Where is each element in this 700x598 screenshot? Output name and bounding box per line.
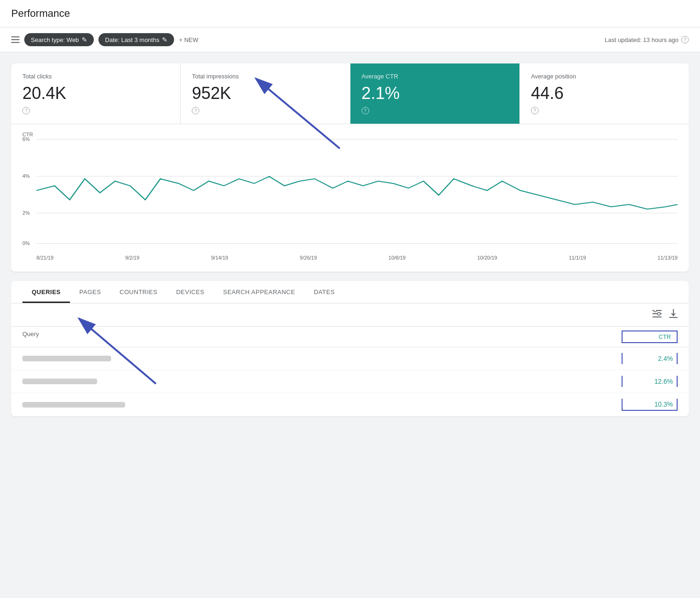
x-label-1: 8/21/19 [36, 255, 54, 260]
x-label-6: 10/20/19 [477, 255, 497, 260]
query-blur-3 [22, 402, 125, 408]
query-blur-2 [22, 379, 97, 384]
svg-rect-7 [652, 317, 662, 317]
query-cell-3 [22, 402, 622, 408]
query-cell-1 [22, 356, 622, 361]
top-bar: Performance [0, 0, 700, 28]
metrics-row: Total clicks 20.4K ? Total impressions 9… [11, 63, 689, 124]
grid-line-0 [36, 243, 678, 244]
chart-svg [36, 139, 678, 242]
filter-icon [11, 36, 20, 43]
table-header: Query CTR [11, 327, 689, 347]
svg-rect-1 [11, 39, 20, 40]
col-header-ctr[interactable]: CTR [622, 331, 678, 343]
table-tabs: QUERIES PAGES COUNTRIES DEVICES SEARCH A… [11, 281, 689, 303]
metric-card-clicks[interactable]: Total clicks 20.4K ? [11, 63, 181, 124]
download-icon [669, 309, 678, 318]
col-header-query: Query [22, 331, 622, 343]
svg-rect-2 [11, 42, 20, 43]
query-cell-2 [22, 379, 622, 384]
y-tick-2: 2% [22, 210, 30, 216]
metric-label-position: Average position [531, 73, 678, 80]
metric-value-position: 44.6 [531, 84, 678, 103]
filter-table-icon [652, 310, 662, 317]
metric-card-impressions[interactable]: Total impressions 952K ? [181, 63, 350, 124]
metric-value-impressions: 952K [192, 84, 338, 103]
svg-point-9 [658, 312, 660, 315]
ctr-cell-2: 12.6% [622, 376, 678, 387]
svg-rect-10 [669, 317, 678, 318]
ctr-line [36, 176, 678, 209]
metric-label-clicks: Total clicks [22, 73, 169, 80]
x-label-4: 9/26/19 [300, 255, 317, 260]
metric-label-ctr: Average CTR [362, 73, 508, 80]
y-tick-0: 0% [22, 240, 30, 246]
help-icon[interactable]: ? [681, 36, 689, 43]
ctr-cell-3: 10.3% [622, 399, 678, 411]
y-tick-6: 6% [22, 136, 30, 142]
date-chip[interactable]: Date: Last 3 months ✎ [98, 33, 174, 46]
metric-value-ctr: 2.1% [362, 84, 508, 103]
y-tick-4: 4% [22, 173, 30, 179]
main-content: Total clicks 20.4K ? Total impressions 9… [0, 52, 700, 428]
table-row: 12.6% [11, 370, 689, 393]
tab-search-appearance[interactable]: SEARCH APPEARANCE [214, 281, 304, 303]
table-card: QUERIES PAGES COUNTRIES DEVICES SEARCH A… [11, 281, 689, 416]
chart-y-label: CTR [22, 132, 678, 137]
metric-value-clicks: 20.4K [22, 84, 169, 103]
x-label-7: 11/1/19 [569, 255, 586, 260]
table-row: 2.4% [11, 347, 689, 370]
help-ctr[interactable]: ? [362, 107, 369, 114]
x-label-5: 10/8/19 [389, 255, 406, 260]
x-label-3: 9/14/19 [211, 255, 228, 260]
metric-label-impressions: Total impressions [192, 73, 338, 80]
help-impressions[interactable]: ? [192, 107, 199, 114]
chart-wrapper: 6% 4% 2% 0% [22, 139, 678, 251]
query-blur-1 [22, 356, 111, 361]
help-clicks[interactable]: ? [22, 107, 30, 114]
edit-icon-date: ✎ [162, 36, 168, 43]
metric-card-ctr[interactable]: Average CTR 2.1% ? [350, 63, 520, 124]
chart-x-labels: 8/21/19 9/2/19 9/14/19 9/26/19 10/8/19 1… [22, 255, 678, 260]
table-row: 10.3% [11, 393, 689, 416]
toolbar: Search type: Web ✎ Date: Last 3 months ✎… [0, 28, 700, 52]
svg-rect-0 [11, 36, 20, 37]
x-label-8: 11/13/19 [658, 255, 678, 260]
tab-countries[interactable]: COUNTRIES [110, 281, 167, 303]
new-button[interactable]: + NEW [179, 36, 198, 43]
page-title: Performance [11, 7, 689, 20]
search-type-chip[interactable]: Search type: Web ✎ [24, 33, 94, 46]
tab-pages[interactable]: PAGES [70, 281, 110, 303]
metric-card-position[interactable]: Average position 44.6 ? [520, 63, 689, 124]
tab-devices[interactable]: DEVICES [167, 281, 214, 303]
last-updated-label: Last updated: 13 hours ago ? [605, 36, 689, 43]
svg-point-8 [654, 310, 657, 312]
performance-card: Total clicks 20.4K ? Total impressions 9… [11, 63, 689, 272]
tab-dates[interactable]: DATES [304, 281, 344, 303]
table-toolbar [11, 303, 689, 327]
ctr-cell-1: 2.4% [622, 353, 678, 364]
help-position[interactable]: ? [531, 107, 539, 114]
x-label-2: 9/2/19 [125, 255, 140, 260]
filter-table-btn[interactable] [652, 310, 662, 320]
edit-icon: ✎ [82, 36, 87, 43]
download-btn[interactable] [669, 309, 678, 321]
filter-button[interactable] [11, 36, 20, 43]
chart-area: CTR 6% 4% 2% 0% [11, 124, 689, 272]
tab-queries[interactable]: QUERIES [22, 281, 70, 303]
